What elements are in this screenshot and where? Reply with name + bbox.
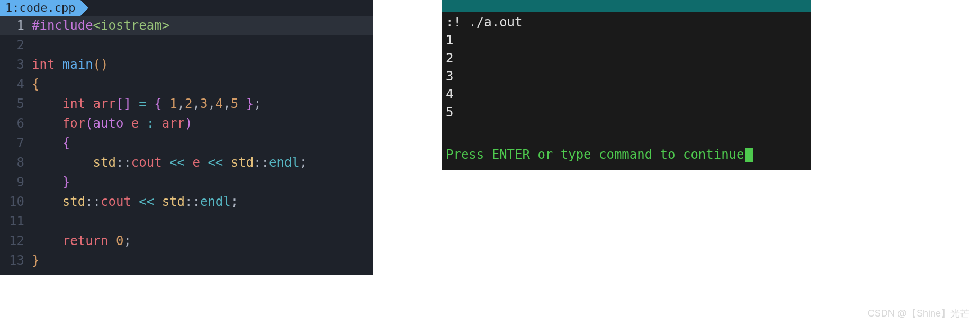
terminal-content[interactable]: :! ./a.out 12345 Press ENTER or type com… (442, 12, 811, 170)
terminal-output-line: 2 (446, 50, 806, 68)
line-number: 12 (0, 231, 32, 251)
terminal-output-line: 3 (446, 68, 806, 86)
terminal-panel: :! ./a.out 12345 Press ENTER or type com… (442, 0, 811, 170)
line-number: 5 (0, 94, 32, 114)
code-content: int arr[] = { 1,2,3,4,5 }; (32, 94, 262, 114)
code-editor-panel: 1: code.cpp 1#include<iostream>23int mai… (0, 0, 373, 275)
tab-bar: 1: code.cpp (0, 0, 373, 16)
file-tab[interactable]: 1: code.cpp (0, 0, 80, 16)
code-content: { (32, 133, 70, 153)
terminal-output-line: 1 (446, 32, 806, 50)
code-area[interactable]: 1#include<iostream>23int main()4{5 int a… (0, 16, 373, 270)
tab-index: 1: (5, 0, 20, 17)
tab-filename: code.cpp (20, 0, 76, 17)
line-number: 10 (0, 192, 32, 212)
watermark: CSDN @【Shine】光芒 (868, 307, 969, 320)
code-line[interactable]: 1#include<iostream> (0, 16, 373, 35)
terminal-output: 12345 (446, 32, 806, 122)
code-line[interactable]: 8 std::cout << e << std::endl; (0, 153, 373, 173)
code-content: std::cout << std::endl; (32, 192, 238, 212)
code-line[interactable]: 11 (0, 212, 373, 231)
line-number: 9 (0, 173, 32, 192)
code-content: } (32, 251, 39, 270)
code-content: std::cout << e << std::endl; (32, 153, 307, 173)
code-line[interactable]: 6 for(auto e : arr) (0, 114, 373, 133)
line-number: 2 (0, 35, 32, 55)
code-content: return 0; (32, 231, 131, 251)
code-content: #include<iostream> (32, 16, 169, 35)
code-content: int main() (32, 55, 109, 75)
code-line[interactable]: 12 return 0; (0, 231, 373, 251)
terminal-titlebar (442, 0, 811, 12)
code-line[interactable]: 2 (0, 35, 373, 55)
cursor-icon (745, 148, 753, 162)
code-line[interactable]: 13} (0, 251, 373, 270)
code-line[interactable]: 4{ (0, 75, 373, 94)
line-number: 3 (0, 55, 32, 75)
code-line[interactable]: 3int main() (0, 55, 373, 75)
code-content: { (32, 75, 39, 94)
line-number: 7 (0, 133, 32, 153)
code-line[interactable]: 9 } (0, 173, 373, 192)
line-number: 11 (0, 212, 32, 231)
code-content: } (32, 173, 70, 192)
line-number: 4 (0, 75, 32, 94)
code-line[interactable]: 7 { (0, 133, 373, 153)
code-content: for(auto e : arr) (32, 114, 192, 133)
terminal-continue-prompt: Press ENTER or type command to continue (446, 146, 806, 164)
terminal-command: :! ./a.out (446, 14, 806, 32)
line-number: 1 (0, 16, 32, 35)
line-number: 6 (0, 114, 32, 133)
line-number: 8 (0, 153, 32, 173)
terminal-output-line: 4 (446, 86, 806, 104)
line-number: 13 (0, 251, 32, 270)
code-line[interactable]: 10 std::cout << std::endl; (0, 192, 373, 212)
terminal-output-line: 5 (446, 104, 806, 122)
code-line[interactable]: 5 int arr[] = { 1,2,3,4,5 }; (0, 94, 373, 114)
